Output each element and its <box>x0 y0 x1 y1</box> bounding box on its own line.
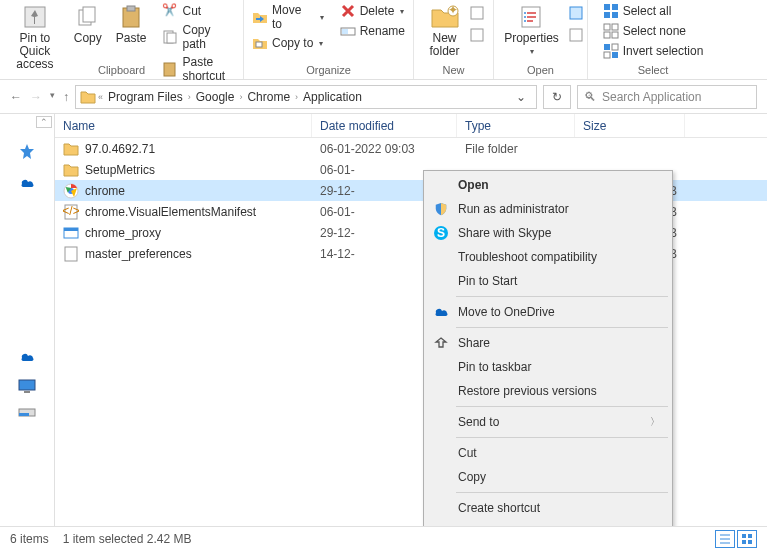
shield-icon <box>432 200 450 218</box>
clipboard-group-label: Clipboard <box>98 64 145 76</box>
svg-rect-4 <box>127 6 135 11</box>
quick-access-icon[interactable] <box>18 144 36 160</box>
context-item-send-to[interactable]: Send to〉 <box>426 410 670 434</box>
breadcrumb-item[interactable]: Chrome <box>244 90 293 104</box>
new-folder-icon: ✦ <box>430 4 460 30</box>
scroll-up-button[interactable]: ⌃ <box>36 116 52 128</box>
recent-button[interactable]: ▾ <box>50 90 55 104</box>
column-name[interactable]: Name <box>55 114 312 137</box>
context-item-create-shortcut[interactable]: Create shortcut <box>426 496 670 520</box>
refresh-button[interactable]: ↻ <box>543 85 571 109</box>
pin-icon <box>22 4 48 30</box>
select-none-button[interactable]: Select none <box>599 22 708 40</box>
new-item-icon[interactable] <box>470 6 484 20</box>
file-row[interactable]: 97.0.4692.7106-01-2022 09:03File folder <box>55 138 767 159</box>
context-item-troubleshoot-compatibility[interactable]: Troubleshoot compatibility <box>426 245 670 269</box>
breadcrumb-item[interactable]: Program Files <box>105 90 186 104</box>
breadcrumb-item[interactable]: Application <box>300 90 365 104</box>
context-item-run-as-administrator[interactable]: Run as administrator <box>426 197 670 221</box>
svg-rect-7 <box>164 63 175 76</box>
svg-rect-22 <box>612 4 618 10</box>
delete-button[interactable]: Delete <box>336 2 409 20</box>
cut-button[interactable]: ✂️Cut <box>158 2 239 20</box>
file-name: chrome.VisualElementsManifest <box>85 205 256 219</box>
open-icon[interactable] <box>569 6 583 20</box>
column-headers: Name Date modified Type Size <box>55 114 767 138</box>
open-group-label: Open <box>527 64 554 76</box>
copy-path-button[interactable]: Copy path <box>158 22 239 52</box>
onedrive-icon[interactable] <box>18 174 36 190</box>
copy-to-button[interactable]: Copy to <box>248 34 328 52</box>
thispc-icon[interactable] <box>18 378 36 394</box>
context-separator <box>456 492 668 493</box>
context-item-restore-previous-versions[interactable]: Restore previous versions <box>426 379 670 403</box>
paste-shortcut-button[interactable]: Paste shortcut <box>158 54 239 84</box>
rename-button[interactable]: Rename <box>336 22 409 40</box>
copy-button[interactable]: Copy <box>68 2 108 47</box>
new-folder-button[interactable]: ✦ New folder <box>423 2 465 60</box>
file-icon: </> <box>63 204 79 220</box>
context-item-share[interactable]: Share <box>426 331 670 355</box>
paste-icon <box>118 4 144 30</box>
delete-icon <box>340 3 356 19</box>
onedrive2-icon[interactable] <box>18 348 36 364</box>
easy-access-icon[interactable] <box>470 28 484 42</box>
column-type[interactable]: Type <box>457 114 575 137</box>
svg-point-18 <box>524 20 526 22</box>
pin-to-quick-access-button[interactable]: Pin to Quick access <box>4 2 66 73</box>
invert-selection-button[interactable]: Invert selection <box>599 42 708 60</box>
context-separator <box>456 327 668 328</box>
navigation-pane[interactable]: ⌃ <box>0 114 55 526</box>
column-size[interactable]: Size <box>575 114 685 137</box>
select-group-label: Select <box>638 64 669 76</box>
context-item-move-to-onedrive[interactable]: Move to OneDrive <box>426 300 670 324</box>
copy-icon <box>75 4 101 30</box>
select-none-icon <box>603 23 619 39</box>
svg-rect-42 <box>64 228 78 231</box>
up-button[interactable]: ↑ <box>63 90 69 104</box>
svg-rect-14 <box>471 29 483 41</box>
file-icon <box>63 162 79 178</box>
move-to-button[interactable]: Move to <box>248 2 328 32</box>
icons-view-button[interactable] <box>737 530 757 548</box>
context-item-copy[interactable]: Copy <box>426 465 670 489</box>
file-name: 97.0.4692.71 <box>85 142 155 156</box>
svg-rect-20 <box>570 29 582 41</box>
context-separator <box>456 406 668 407</box>
svg-text:S: S <box>437 226 445 240</box>
select-all-button[interactable]: Select all <box>599 2 708 20</box>
svg-rect-46 <box>742 534 746 538</box>
file-icon <box>63 141 79 157</box>
drive-icon[interactable] <box>18 404 36 420</box>
context-item-label: Troubleshoot compatibility <box>458 250 597 264</box>
context-item-label: Pin to taskbar <box>458 360 531 374</box>
address-bar[interactable]: « Program Files› Google› Chrome› Applica… <box>75 85 537 109</box>
context-separator <box>456 296 668 297</box>
status-bar: 6 items 1 item selected 2.42 MB <box>0 526 767 550</box>
context-item-cut[interactable]: Cut <box>426 441 670 465</box>
back-button[interactable]: ← <box>10 90 22 104</box>
context-separator <box>456 437 668 438</box>
select-all-icon <box>603 3 619 19</box>
search-input[interactable]: 🔍︎ Search Application <box>577 85 757 109</box>
file-name: SetupMetrics <box>85 163 155 177</box>
svg-rect-43 <box>65 247 77 261</box>
column-date[interactable]: Date modified <box>312 114 457 137</box>
edit-icon[interactable] <box>569 28 583 42</box>
context-item-open[interactable]: Open <box>426 173 670 197</box>
file-list: Name Date modified Type Size 97.0.4692.7… <box>55 114 767 526</box>
details-view-button[interactable] <box>715 530 735 548</box>
context-item-pin-to-taskbar[interactable]: Pin to taskbar <box>426 355 670 379</box>
paste-button[interactable]: Paste <box>110 2 153 47</box>
svg-rect-30 <box>612 44 618 50</box>
properties-button[interactable]: Properties <box>498 2 565 58</box>
address-expand-button[interactable]: ⌄ <box>510 90 532 104</box>
context-item-pin-to-start[interactable]: Pin to Start <box>426 269 670 293</box>
context-item-label: Create shortcut <box>458 501 540 515</box>
context-item-share-with-skype[interactable]: SShare with Skype <box>426 221 670 245</box>
context-item-label: Move to OneDrive <box>458 305 555 319</box>
forward-button[interactable]: → <box>30 90 42 104</box>
svg-rect-19 <box>570 7 582 19</box>
svg-rect-33 <box>19 380 35 390</box>
breadcrumb-item[interactable]: Google <box>193 90 238 104</box>
